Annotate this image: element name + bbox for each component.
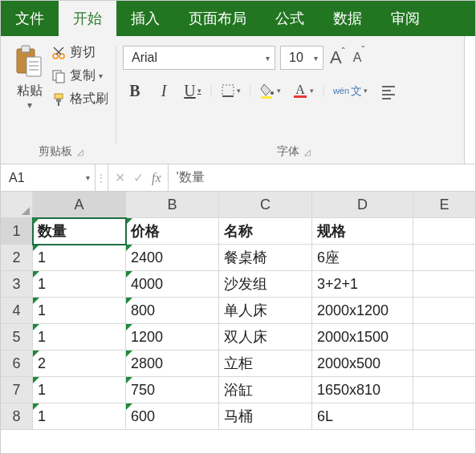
ribbon-tabs: 文件 开始 插入 页面布局 公式 数据 审阅 (1, 1, 475, 36)
cell[interactable]: 6座 (312, 245, 413, 271)
column-header-a[interactable]: A (33, 192, 126, 218)
cell[interactable]: 数量 (33, 218, 126, 245)
font-size-select[interactable]: 10 ▾ (280, 46, 323, 70)
underline-button[interactable]: U ▾ (181, 78, 205, 103)
cell[interactable]: 马桶 (219, 403, 312, 430)
cell[interactable]: 6L (312, 403, 413, 430)
cell[interactable]: 800 (126, 298, 219, 324)
cell[interactable]: 餐桌椅 (219, 245, 312, 271)
cut-button[interactable]: 剪切 (51, 44, 108, 61)
font-name-select[interactable]: Arial ▾ (123, 46, 275, 70)
cell[interactable]: 750 (126, 377, 219, 403)
font-group-label: 字体 (277, 144, 299, 159)
cell[interactable]: 1 (33, 271, 126, 298)
cell[interactable]: 双人床 (219, 324, 312, 351)
row-header[interactable]: 2 (1, 245, 33, 271)
formula-input[interactable]: '数量 (169, 164, 475, 191)
row-header[interactable]: 3 (1, 271, 33, 298)
svg-rect-15 (222, 85, 234, 96)
cell[interactable]: 1 (33, 403, 126, 430)
cell[interactable] (413, 351, 476, 377)
clipboard-group-label: 剪贴板 (39, 144, 72, 159)
svg-rect-12 (55, 94, 63, 99)
cell[interactable]: 2000x1200 (312, 298, 413, 324)
font-name-value: Arial (132, 51, 157, 65)
chevron-down-icon[interactable]: ▾ (86, 173, 90, 182)
phonetic-guide-button[interactable]: wén 文 ▾ (330, 78, 371, 103)
cell[interactable]: 1 (33, 298, 126, 324)
cell[interactable]: 1200 (126, 324, 219, 351)
cell[interactable] (413, 218, 476, 245)
cell[interactable]: 2800 (126, 351, 219, 377)
paste-button[interactable]: 粘贴 ▾ (12, 41, 47, 111)
row-header[interactable]: 1 (1, 218, 33, 245)
row-header[interactable]: 4 (1, 298, 33, 324)
paste-label: 粘贴 (17, 83, 43, 99)
format-painter-label: 格式刷 (70, 91, 108, 107)
cell[interactable] (413, 324, 476, 351)
cell[interactable]: 600 (126, 403, 219, 430)
fx-label[interactable]: fx (152, 171, 161, 185)
cell[interactable] (413, 377, 476, 403)
cell[interactable]: 1 (33, 377, 126, 403)
cell[interactable]: 规格 (312, 218, 413, 245)
cell[interactable]: 1650x810 (312, 377, 413, 403)
row-header[interactable]: 8 (1, 403, 33, 430)
column-header-c[interactable]: C (219, 192, 312, 218)
formulabar-splitter[interactable]: ⋮ (96, 164, 108, 191)
select-all-button[interactable] (1, 192, 33, 218)
font-launcher[interactable]: ◿ (304, 148, 311, 156)
row-header[interactable]: 5 (1, 324, 33, 351)
cell[interactable]: 名称 (219, 218, 312, 245)
name-box-value: A1 (9, 171, 25, 185)
borders-button[interactable]: ▾ (218, 78, 244, 103)
increase-font-size-button[interactable]: Aˆ (328, 47, 347, 68)
cell[interactable]: 4000 (126, 271, 219, 298)
cell[interactable]: 浴缸 (219, 377, 312, 403)
column-header-b[interactable]: B (126, 192, 219, 218)
cell[interactable]: 1 (33, 245, 126, 271)
format-painter-button[interactable]: 格式刷 (51, 91, 108, 107)
clipboard-launcher[interactable]: ◿ (77, 148, 83, 156)
cell[interactable]: 沙发组 (219, 271, 312, 298)
cancel-icon[interactable]: ✕ (115, 170, 125, 185)
enter-icon[interactable]: ✓ (133, 170, 144, 185)
paste-dropdown-arrow[interactable]: ▾ (27, 99, 32, 111)
cell[interactable]: 单人床 (219, 298, 312, 324)
tab-file[interactable]: 文件 (1, 1, 59, 36)
tab-insert[interactable]: 插入 (116, 1, 174, 36)
row-header[interactable]: 6 (1, 351, 33, 377)
cell[interactable] (413, 245, 476, 271)
tab-page-layout[interactable]: 页面布局 (174, 1, 261, 36)
cell[interactable]: 3+2+1 (312, 271, 413, 298)
italic-button[interactable]: I (152, 78, 176, 103)
tab-review[interactable]: 审阅 (376, 1, 434, 36)
align-button[interactable] (376, 78, 400, 103)
cell[interactable]: 1 (33, 324, 126, 351)
column-header-d[interactable]: D (312, 192, 413, 218)
tab-formulas[interactable]: 公式 (261, 1, 319, 36)
copy-button[interactable]: 复制 ▾ (51, 67, 108, 84)
spreadsheet-grid[interactable]: A B C D E 1 数量 价格 名称 规格 2 1 2400 餐桌椅 6座 … (1, 192, 475, 430)
copy-dropdown-arrow[interactable]: ▾ (99, 71, 103, 80)
cell[interactable] (413, 298, 476, 324)
font-color-button[interactable]: A ▾ (289, 78, 317, 103)
cell[interactable]: 2 (33, 351, 126, 377)
cell[interactable]: 立柜 (219, 351, 312, 377)
tab-home[interactable]: 开始 (59, 1, 116, 36)
cell[interactable]: 2000x500 (312, 351, 413, 377)
cell[interactable]: 2400 (126, 245, 219, 271)
cell[interactable]: 价格 (126, 218, 219, 245)
decrease-font-size-button[interactable]: Aˇ (352, 51, 367, 65)
column-header-e[interactable]: E (413, 192, 476, 218)
bold-button[interactable]: B (123, 78, 147, 103)
cell[interactable] (413, 271, 476, 298)
cell[interactable] (413, 403, 476, 430)
tab-data[interactable]: 数据 (319, 1, 376, 36)
fill-color-button[interactable]: ▾ (256, 78, 284, 103)
name-box[interactable]: A1 ▾ (1, 164, 96, 191)
cell[interactable]: 2000x1500 (312, 324, 413, 351)
copy-label: 复制 (70, 67, 96, 84)
row-header[interactable]: 7 (1, 377, 33, 403)
svg-rect-1 (22, 46, 30, 52)
